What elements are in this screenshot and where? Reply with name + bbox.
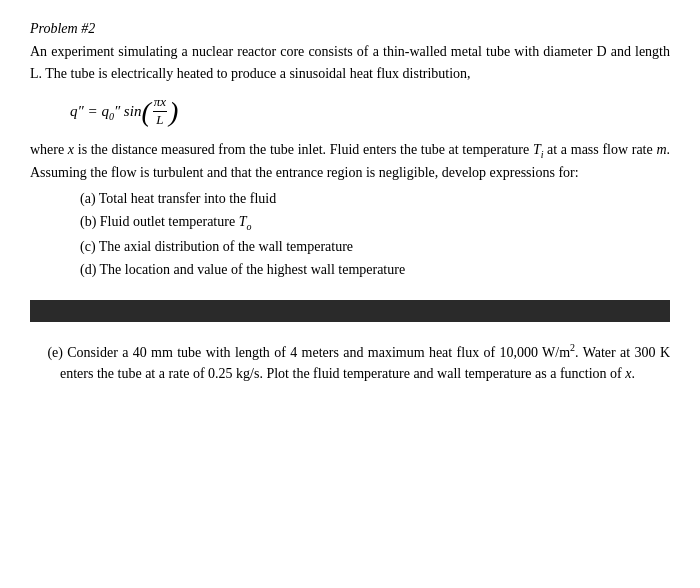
list-item: (b) Fluid outlet temperature To [80, 211, 670, 234]
sub-list: (a) Total heat transfer into the fluid (… [80, 188, 670, 282]
bottom-section: (e) Consider a 40 mm tube with length of… [30, 322, 670, 385]
list-item: (d) The location and value of the highes… [80, 259, 670, 280]
problem-title: Problem #2 [30, 18, 670, 39]
page: Problem #2 An experiment simulating a nu… [0, 0, 700, 588]
list-item: (a) Total heat transfer into the fluid [80, 188, 670, 209]
divider-bar [30, 300, 670, 322]
intro-text: An experiment simulating a nuclear react… [30, 41, 670, 84]
list-item: (c) The axial distribution of the wall t… [80, 236, 670, 257]
part-e-text: (e) Consider a 40 mm tube with length of… [60, 340, 670, 385]
formula: q″ = q0″ sin ( πx L ) [70, 94, 178, 129]
where-text: where x is the distance measured from th… [30, 139, 670, 184]
formula-block: q″ = q0″ sin ( πx L ) [70, 94, 670, 129]
